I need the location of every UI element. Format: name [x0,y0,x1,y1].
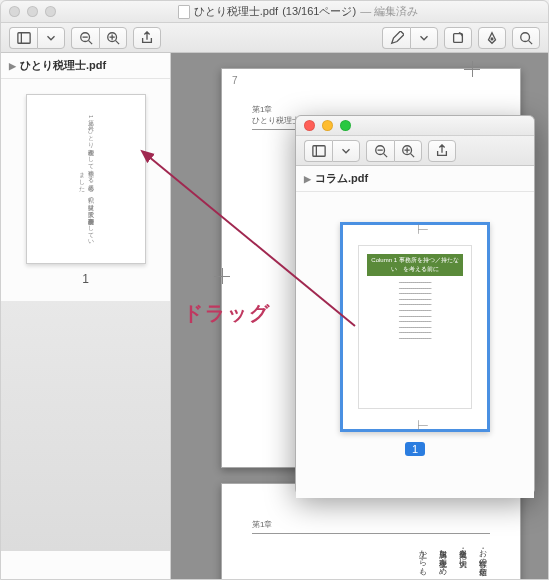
view-mode-group [9,27,65,49]
sidebar-doc-name: ひとり税理士.pdf [20,58,106,73]
crop-mark-icon [413,224,423,234]
column-content: Column 1 事務所を持つ／持たない を考える前に ━━━━━━━━━━━━… [358,245,472,409]
markup-button[interactable] [382,27,410,49]
share-button[interactable] [133,27,161,49]
chevron-down-icon [339,144,353,158]
sidebar-icon [17,31,31,45]
svg-line-6 [116,40,120,44]
zoom-in-icon [106,31,120,45]
share-icon [435,144,449,158]
zoom-group [71,27,127,49]
page-number-top: 7 [232,75,238,86]
main-toolbar [1,23,548,53]
sub-sidebar-header[interactable]: ▶ コラム.pdf [296,166,534,192]
chapter-number: 第1章 [252,105,272,114]
page-body-text: ・お客様の信頼を ・従業員を大切に 肌膚な税理士をめ 上からも、下から [252,544,490,579]
svg-line-16 [383,153,387,157]
svg-rect-9 [454,33,463,42]
minimize-button[interactable] [322,120,333,131]
zoom-button[interactable] [340,120,351,131]
title-page-count: (13/161ページ) [282,4,356,19]
share-button[interactable] [428,140,456,162]
svg-line-19 [411,153,415,157]
rotate-button[interactable] [444,27,472,49]
zoom-in-button[interactable] [394,140,422,162]
svg-line-12 [529,40,533,44]
disclosure-triangle-icon[interactable]: ▶ [9,61,16,71]
zoom-in-button[interactable] [99,27,127,49]
markup-dropdown-button[interactable] [410,27,438,49]
svg-rect-13 [312,145,324,156]
sub-thumbnail-page-number: 1 [405,442,425,456]
view-dropdown-button[interactable] [332,140,360,162]
title-doc-name: ひとり税理士.pdf [194,4,278,19]
crop-mark-icon [214,268,230,284]
chapter-number: 第1章 [252,520,272,529]
annotate-button[interactable] [478,27,506,49]
share-icon [140,31,154,45]
thumbnail-preview-text: 第1章 ひとり税理士として独立する心構え 私の祖父は大阪で税理士事務所をしていま… [66,108,105,251]
sub-toolbar [296,136,534,166]
markup-group [382,27,438,49]
sidebar-header[interactable]: ▶ ひとり税理士.pdf [1,53,170,79]
title-edited-status: — 編集済み [360,4,418,19]
search-button[interactable] [512,27,540,49]
sub-view-mode-group [304,140,360,162]
zoom-out-icon [374,144,388,158]
svg-rect-0 [17,32,29,43]
disclosure-triangle-icon[interactable]: ▶ [304,174,311,184]
chevron-down-icon [417,31,431,45]
close-button[interactable] [304,120,315,131]
sub-preview-window[interactable]: ▶ コラム.pdf Column 1 事務所を持つ／持たない を考える前に ━━… [295,115,535,495]
chevron-down-icon [44,31,58,45]
pen-tip-icon [485,31,499,45]
window-title: ひとり税理士.pdf (13/161ページ) — 編集済み [56,4,540,19]
thumbnail-page-number: 1 [16,272,155,286]
pencil-icon [390,31,404,45]
thumbnail-sidebar: ▶ ひとり税理士.pdf 第1章 ひとり税理士として独立する心構え 私の祖父は大… [1,53,171,579]
zoom-button[interactable] [45,6,56,17]
drag-label-annotation: ドラッグ [183,300,271,327]
body-line: ・従業員を大切に [454,544,470,579]
minimize-button[interactable] [27,6,38,17]
sidebar-view-button[interactable] [304,140,332,162]
sub-zoom-group [366,140,422,162]
zoom-out-button[interactable] [71,27,99,49]
body-line: 上からも、下から [414,544,430,579]
sub-doc-name: コラム.pdf [315,171,368,186]
thumbnail-area: 第1章 ひとり税理士として独立する心構え 私の祖父は大阪で税理士事務所をしていま… [1,79,170,301]
zoom-in-icon [401,144,415,158]
view-dropdown-button[interactable] [37,27,65,49]
column-number: Column 1 [371,257,397,263]
sidebar-empty-area [1,301,170,551]
svg-point-11 [521,32,530,41]
traffic-lights [9,6,56,17]
body-line: ・お客様の信頼を [474,544,490,579]
sidebar-view-button[interactable] [9,27,37,49]
crop-mark-icon [464,61,480,77]
column-label-bar: Column 1 事務所を持つ／持たない を考える前に [367,254,463,276]
zoom-out-icon [79,31,93,45]
rotate-icon [451,31,465,45]
svg-line-3 [88,40,92,44]
search-icon [519,31,533,45]
sub-traffic-lights [304,120,351,131]
crop-mark-icon [413,420,423,430]
column-body-placeholder: ━━━━━━━━━━━━━━━━━━━━━━━━━━━━━━━━━━━━━━━━… [367,280,463,342]
page-chapter-header: 第1章 [252,519,490,534]
sub-titlebar [296,116,534,136]
zoom-out-button[interactable] [366,140,394,162]
document-icon [178,5,190,19]
body-line: 肌膚な税理士をめ [434,544,450,579]
sub-page-thumbnail-selected[interactable]: Column 1 事務所を持つ／持たない を考える前に ━━━━━━━━━━━━… [340,222,490,432]
column-title: 事務所を持つ／持たない を考える前に [391,257,459,272]
sub-thumbnail-area: Column 1 事務所を持つ／持たない を考える前に ━━━━━━━━━━━━… [296,192,534,498]
svg-point-10 [491,38,493,40]
main-titlebar: ひとり税理士.pdf (13/161ページ) — 編集済み [1,1,548,23]
close-button[interactable] [9,6,20,17]
page-thumbnail[interactable]: 第1章 ひとり税理士として独立する心構え 私の祖父は大阪で税理士事務所をしていま… [26,94,146,264]
sidebar-icon [312,144,326,158]
